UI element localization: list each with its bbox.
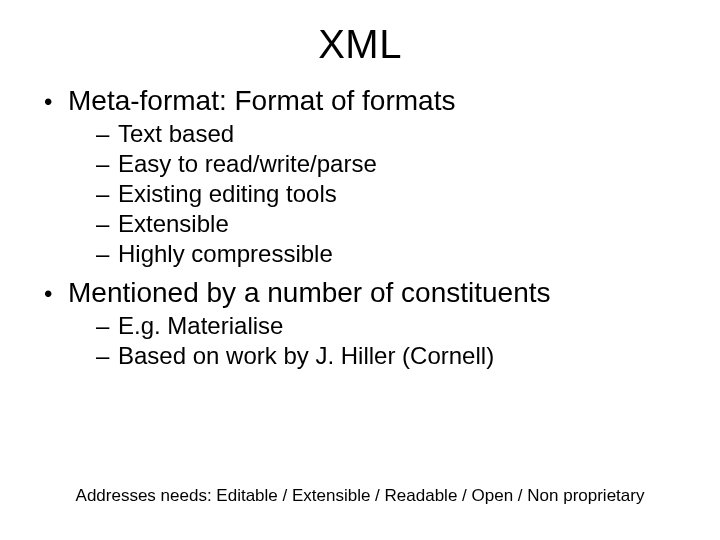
sub-item: Based on work by J. Hiller (Cornell) [96,341,682,371]
slide-title: XML [0,0,720,67]
bullet-text: Mentioned by a number of constituents [68,277,551,308]
sub-list: E.g. Materialise Based on work by J. Hil… [68,311,682,371]
bullet-item: Mentioned by a number of constituents E.… [38,277,682,371]
bullet-text: Meta-format: Format of formats [68,85,455,116]
slide-body: Meta-format: Format of formats Text base… [0,67,720,371]
slide: XML Meta-format: Format of formats Text … [0,0,720,540]
sub-item: Extensible [96,209,682,239]
sub-item: E.g. Materialise [96,311,682,341]
sub-item: Text based [96,119,682,149]
bullet-item: Meta-format: Format of formats Text base… [38,85,682,269]
sub-list: Text based Easy to read/write/parse Exis… [68,119,682,269]
sub-item: Easy to read/write/parse [96,149,682,179]
bullet-list: Meta-format: Format of formats Text base… [38,85,682,371]
sub-item: Highly compressible [96,239,682,269]
footer-note: Addresses needs: Editable / Extensible /… [0,486,720,506]
sub-item: Existing editing tools [96,179,682,209]
